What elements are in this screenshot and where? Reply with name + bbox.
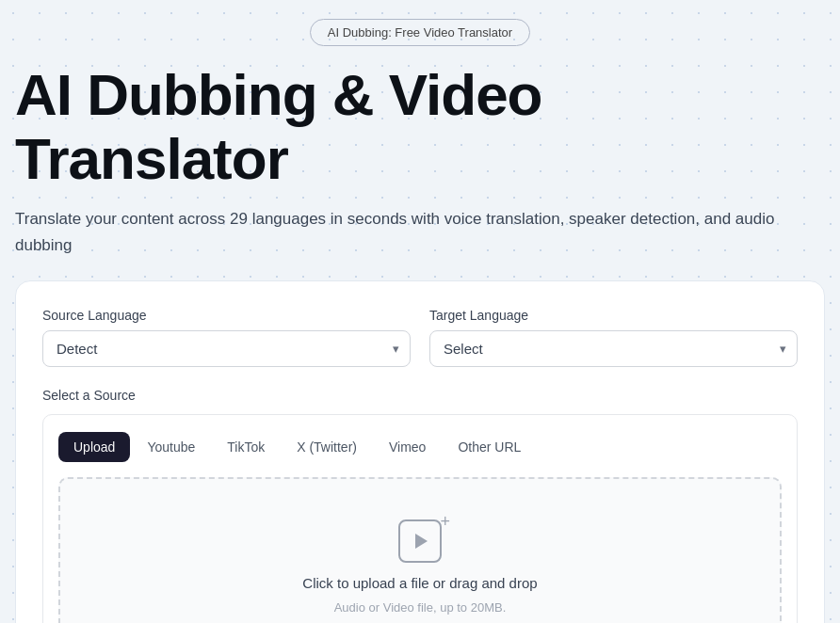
main-card: Source Language Detect English Spanish F… (15, 280, 825, 623)
target-language-group: Target Language Select English Spanish F… (429, 308, 798, 367)
select-source-label: Select a Source (42, 388, 798, 403)
plus-icon: + (440, 513, 450, 530)
tab-tiktok[interactable]: TikTok (212, 432, 280, 462)
top-badge: AI Dubbing: Free Video Translator (310, 19, 530, 46)
top-badge-container: AI Dubbing: Free Video Translator (15, 19, 825, 46)
upload-main-text: Click to upload a file or drag and drop (302, 575, 537, 591)
upload-zone[interactable]: + Click to upload a file or drag and dro… (58, 477, 782, 623)
badge-label: AI Dubbing: Free Video Translator (328, 25, 512, 40)
page-title: AI Dubbing & Video Translator (15, 63, 825, 191)
tab-youtube[interactable]: Youtube (132, 432, 210, 462)
tab-other-url[interactable]: Other URL (443, 432, 536, 462)
source-language-select[interactable]: Detect English Spanish French German (42, 330, 411, 367)
target-language-select[interactable]: Select English Spanish French German Jap… (429, 330, 798, 367)
play-icon (415, 534, 428, 549)
upload-icon-wrapper: + (396, 517, 444, 566)
source-language-select-wrapper: Detect English Spanish French German ▾ (42, 330, 411, 367)
source-language-label: Source Language (42, 308, 411, 323)
source-box: Upload Youtube TikTok X (Twitter) Vimeo … (42, 414, 798, 623)
tabs-bar: Upload Youtube TikTok X (Twitter) Vimeo … (58, 432, 782, 462)
tab-twitter[interactable]: X (Twitter) (282, 432, 372, 462)
tab-vimeo[interactable]: Vimeo (374, 432, 441, 462)
upload-sub-text: Audio or Video file, up to 20MB. (334, 600, 507, 615)
source-language-group: Source Language Detect English Spanish F… (42, 308, 411, 367)
target-language-select-wrapper: Select English Spanish French German Jap… (429, 330, 798, 367)
target-language-label: Target Language (429, 308, 798, 323)
tab-upload[interactable]: Upload (58, 432, 130, 462)
language-row: Source Language Detect English Spanish F… (42, 308, 798, 367)
play-icon-box (398, 519, 442, 563)
subtitle-text: Translate your content across 29 languag… (15, 206, 825, 257)
